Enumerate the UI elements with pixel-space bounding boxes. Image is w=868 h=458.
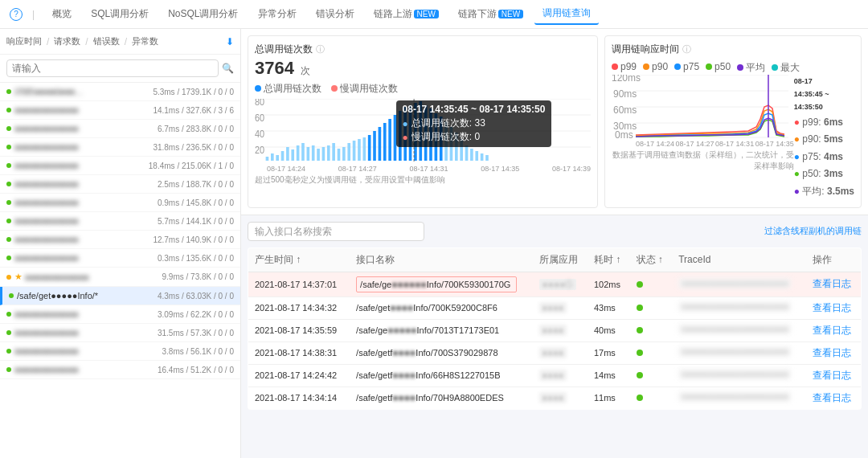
svg-rect-32 xyxy=(388,119,391,161)
info-icon[interactable]: ⓘ xyxy=(316,43,325,55)
sidebar-item[interactable]: ●●●●●●●●●●●● 31.5ms / 57.3K / 0 / 0 xyxy=(0,324,240,342)
table-wrapper: 产生时间 ↑ 接口名称 所属应用 耗时 ↑ 状态 ↑ TraceId 操作 20… xyxy=(248,247,862,452)
sidebar-item[interactable]: ★ ●●●●●●●●●●●● 9.9ms / 73.8K / 0 / 0 xyxy=(0,268,240,287)
help-icon[interactable]: ? xyxy=(10,8,23,21)
cell-action[interactable]: 查看日志 xyxy=(806,296,862,319)
status-dot xyxy=(6,367,11,372)
status-dot xyxy=(6,330,11,335)
tab-nosql[interactable]: NoSQL调用分析 xyxy=(160,4,246,24)
svg-rect-48 xyxy=(470,149,473,161)
cell-status xyxy=(630,386,673,409)
cell-traceid: ●●●●●●●●●●●●●●●●●●●●●● xyxy=(672,341,805,364)
sidebar-item[interactable]: ●●●●●●●●●●●● 0.9ms / 145.8K / 0 / 0 xyxy=(0,194,240,212)
cell-duration: 17ms xyxy=(588,341,630,364)
sidebar-item[interactable]: ●●●●●●●●●●●● 14.1ms / 327.6K / 3 / 6 xyxy=(0,101,240,120)
sidebar-header: 响应时间 / 请求数 / 错误数 / 异常数 ⬇ xyxy=(0,29,240,55)
right-info-icon[interactable]: ⓘ xyxy=(682,43,691,55)
svg-rect-20 xyxy=(327,145,330,161)
tab-error[interactable]: 错误分析 xyxy=(308,4,362,24)
col-status[interactable]: 状态 ↑ xyxy=(630,247,673,272)
cell-action[interactable]: 查看日志 xyxy=(806,364,862,386)
col-duration[interactable]: 耗时 ↑ xyxy=(588,247,630,272)
cell-traceid: ●●●●●●●●●●●●●●●●●●●●●● xyxy=(672,364,805,386)
new-badge-upstream: NEW xyxy=(414,10,439,18)
legend-p99: p99 xyxy=(612,61,637,75)
sidebar-item[interactable]: ●●●●●●●●●●●● 16.4ms / 51.2K / 0 / 0 xyxy=(0,361,240,379)
cell-duration: 40ms xyxy=(588,319,630,341)
cell-duration: 14ms xyxy=(588,364,630,386)
sidebar-item[interactable]: ●●●●●●●●●●●● 3.09ms / 62.2K / 0 / 0 xyxy=(0,305,240,324)
item-name: ●●●●●●●●●●●● xyxy=(14,198,158,207)
sidebar-item[interactable]: ●●●●●●●●●●●● 5.7ms / 144.1K / 0 / 0 xyxy=(0,212,240,231)
svg-rect-47 xyxy=(465,145,469,161)
svg-rect-14 xyxy=(297,145,300,161)
search-icon[interactable]: 🔍 xyxy=(222,63,234,74)
col-endpoint[interactable]: 接口名称 xyxy=(350,247,533,272)
status-dot xyxy=(6,219,11,223)
sidebar-item[interactable]: ●●●●●●●●●●●● 12.7ms / 140.9K / 0 / 0 xyxy=(0,231,240,249)
status-dot xyxy=(6,89,11,94)
svg-rect-50 xyxy=(481,153,484,161)
col-app[interactable]: 所属应用 xyxy=(533,247,588,272)
status-dot xyxy=(6,312,11,317)
right-content: 总调用链次数 ⓘ 3764 次 总调用链次数 慢调用链次数 xyxy=(241,29,868,458)
cell-time: 2021-08-17 14:34:32 xyxy=(248,296,350,319)
sidebar-item[interactable]: ●●●●●●●●●●●● 6.7ms / 283.8K / 0 / 0 xyxy=(0,120,240,138)
legend-avg: 平均 xyxy=(737,61,765,75)
search-input[interactable] xyxy=(6,59,219,77)
sidebar-item[interactable]: ●●●●●●●●●●●● 2.5ms / 188.7K / 0 / 0 xyxy=(0,175,240,194)
svg-text:40: 40 xyxy=(255,129,264,140)
sidebar-item[interactable]: ●●●●●●●●●●●● 0.3ms / 135.6K / 0 / 0 xyxy=(0,249,240,268)
item-name: ●●●●●●●●●●●● xyxy=(25,272,162,282)
cell-action[interactable]: 查看日志 xyxy=(806,319,862,341)
status-dot xyxy=(6,200,11,205)
sidebar-item[interactable]: ●●●●●●●●●●●● 31.8ms / 236.5K / 0 / 0 xyxy=(0,138,240,157)
item-stats: 18.4ms / 215.06K / 1 / 0 xyxy=(149,162,234,170)
item-stats: 9.9ms / 73.8K / 0 / 0 xyxy=(162,272,235,281)
interface-search-select[interactable]: 输入接口名称搜索 xyxy=(248,222,424,241)
tab-overview[interactable]: 概览 xyxy=(44,4,80,24)
cell-duration: 43ms xyxy=(588,296,630,319)
svg-rect-18 xyxy=(317,149,320,161)
tab-trace-query[interactable]: 调用链查询 xyxy=(534,3,599,25)
svg-rect-31 xyxy=(383,123,387,161)
svg-rect-11 xyxy=(281,151,285,161)
item-stats: 3.8ms / 56.1K / 0 / 0 xyxy=(162,347,235,356)
item-name: ●●●●●●●●●●●● xyxy=(14,105,153,115)
table-row: 2021-08-17 14:34:32 /safe/get●●●●Info/70… xyxy=(248,296,862,319)
svg-text:120ms: 120ms xyxy=(612,75,641,84)
cell-action[interactable]: 查看日志 xyxy=(806,272,862,296)
filter-trace-link[interactable]: 过滤含线程副机的调用链 xyxy=(764,225,862,237)
cell-time: 2021-08-17 14:24:42 xyxy=(248,364,350,386)
tab-downstream[interactable]: 链路下游 NEW xyxy=(450,4,531,24)
sidebar-list: ///Wh●●●●t●●●... 5.3ms / 1739.1K / 0 / 0… xyxy=(0,83,240,458)
tab-upstream[interactable]: 链路上游 NEW xyxy=(366,4,447,24)
sidebar-item-active[interactable]: /safe/get●●●●●Info/* 4.3ms / 63.03K / 0 … xyxy=(0,287,240,305)
svg-rect-22 xyxy=(338,149,341,161)
export-icon[interactable]: ⬇ xyxy=(226,36,234,47)
right-chart-area: 120ms 90ms 60ms 30ms 0ms xyxy=(612,75,854,139)
sidebar-item[interactable]: ●●●●●●●●●●●● 3.8ms / 56.1K / 0 / 0 xyxy=(0,342,240,361)
chart-note: 超过500毫秒定义为慢调用链，受应用设置中阈值影响 xyxy=(255,174,591,186)
cell-action[interactable]: 查看日志 xyxy=(806,386,862,409)
tab-exception[interactable]: 异常分析 xyxy=(250,4,305,24)
tab-sql[interactable]: SQL调用分析 xyxy=(83,4,157,24)
svg-rect-21 xyxy=(332,143,335,161)
sidebar-item[interactable]: ///Wh●●●●t●●●... 5.3ms / 1739.1K / 0 / 0 xyxy=(0,83,240,101)
svg-rect-25 xyxy=(353,141,356,161)
right-chart-stats: 08-1714:35:45 ~14:35:50 ● p99: 6ms ● p90… xyxy=(794,75,854,201)
sidebar-item[interactable]: ●●●●●●●●●●●● 18.4ms / 215.06K / 1 / 0 xyxy=(0,157,240,175)
col-time[interactable]: 产生时间 ↑ xyxy=(248,247,350,272)
cell-traceid: ●●●●●●●●●●●●●●●●●●●●●● xyxy=(672,272,805,296)
cell-time: 2021-08-17 14:38:31 xyxy=(248,341,350,364)
cell-action[interactable]: 查看日志 xyxy=(806,341,862,364)
cell-endpoint: /safe/get●●●●Info/700K59200C8F6 xyxy=(350,296,533,319)
item-name: ●●●●●●●●●●●● xyxy=(14,253,158,263)
item-stats: 12.7ms / 140.9K / 0 / 0 xyxy=(153,235,234,244)
main-layout: 响应时间 / 请求数 / 错误数 / 异常数 ⬇ 🔍 ///Wh●●●●t●●●… xyxy=(0,29,868,458)
nav-divider: | xyxy=(32,9,35,20)
chart-tooltip: 08-17 14:35:45 ~ 08-17 14:35:50 ● 总调用链次数… xyxy=(396,100,552,147)
status-dot xyxy=(6,145,11,149)
item-name: ●●●●●●●●●●●● xyxy=(14,161,149,170)
right-chart-title: 调用链响应时间 ⓘ xyxy=(612,43,691,56)
